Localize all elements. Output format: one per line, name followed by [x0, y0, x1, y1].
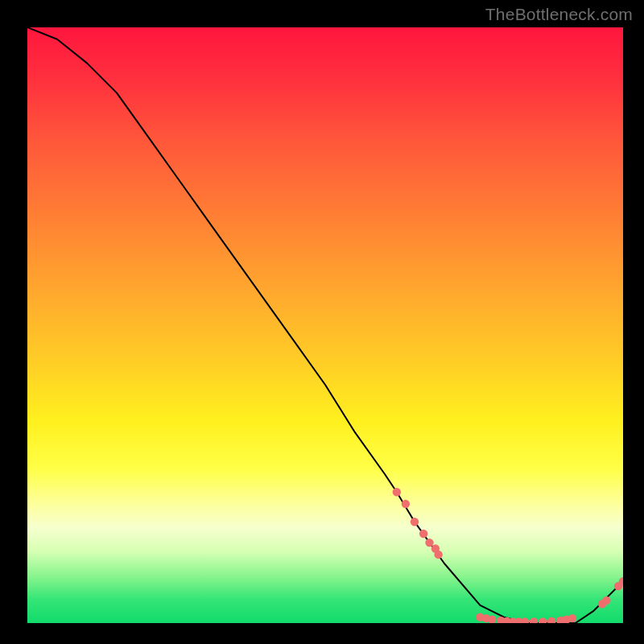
bottleneck-curve [27, 27, 623, 623]
data-dot [539, 617, 547, 623]
data-dot [547, 617, 555, 623]
data-dots [393, 488, 623, 623]
data-dot [568, 614, 576, 622]
data-dot [411, 518, 419, 526]
data-dot [393, 488, 401, 496]
plot-area [27, 27, 623, 623]
data-dot [602, 597, 610, 605]
data-dot [434, 551, 442, 559]
data-dot [419, 530, 427, 538]
watermark-text: TheBottleneck.com [485, 5, 633, 24]
data-dot [402, 500, 410, 508]
data-dot [530, 617, 538, 623]
chart-stage: TheBottleneck.com [0, 0, 644, 644]
data-dot [521, 617, 529, 623]
data-dot [425, 539, 433, 547]
plot-svg [27, 27, 623, 623]
